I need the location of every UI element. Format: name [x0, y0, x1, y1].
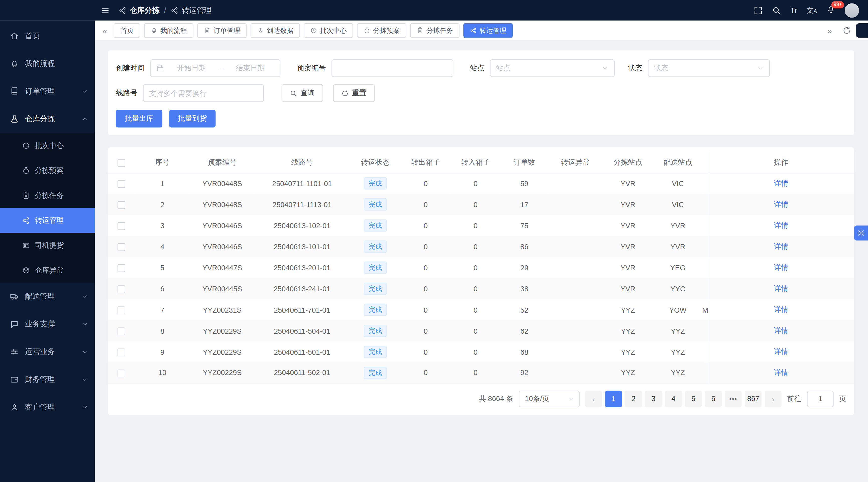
- page-size-select[interactable]: 10条/页: [519, 390, 580, 407]
- cell-in-boxes: 0: [451, 362, 500, 384]
- batch-arrival-button[interactable]: 批量到货: [169, 110, 216, 128]
- detail-link[interactable]: 详情: [774, 200, 788, 208]
- status-tag: 完成: [364, 303, 387, 316]
- page-button-1[interactable]: 1: [605, 390, 622, 407]
- page-button-last[interactable]: 867: [745, 390, 762, 407]
- row-checkbox[interactable]: [118, 369, 125, 377]
- row-checkbox[interactable]: [118, 307, 125, 314]
- row-checkbox[interactable]: [118, 180, 125, 188]
- detail-link[interactable]: 详情: [774, 242, 788, 251]
- cell-out-boxes: 0: [401, 194, 451, 215]
- sidebar-item-batch-center[interactable]: 批次中心: [0, 133, 95, 158]
- font-size-icon[interactable]: Tr: [790, 6, 797, 14]
- fullscreen-icon[interactable]: [754, 6, 763, 14]
- more-pages-button[interactable]: •••: [725, 390, 741, 407]
- notification-bell[interactable]: 99+: [827, 5, 835, 16]
- search-button[interactable]: 查询: [282, 84, 323, 102]
- detail-link[interactable]: 详情: [774, 326, 788, 335]
- status-tag: 完成: [364, 367, 387, 379]
- sidebar-item-warehouse-exception[interactable]: 仓库异常: [0, 258, 95, 283]
- status-select[interactable]: 状态: [648, 59, 770, 77]
- row-checkbox[interactable]: [118, 349, 125, 356]
- reset-button[interactable]: 重置: [333, 84, 375, 102]
- search-icon[interactable]: [772, 6, 781, 14]
- detail-link[interactable]: 详情: [774, 179, 788, 187]
- cell-transit-abnormal: [548, 236, 602, 257]
- row-checkbox[interactable]: [118, 285, 125, 293]
- sidebar-item-label: 首页: [25, 31, 40, 41]
- tab-order-management[interactable]: 订单管理: [197, 23, 247, 38]
- col-delivery-station: 配送站点: [653, 152, 702, 173]
- detail-link[interactable]: 详情: [774, 221, 788, 229]
- sidebar-item-warehouse-sorting[interactable]: 仓库分拣: [0, 105, 95, 133]
- cell-sorting-station: YVR: [602, 215, 653, 236]
- detail-link[interactable]: 详情: [774, 263, 788, 271]
- detail-link[interactable]: 详情: [774, 284, 788, 293]
- cell-status: 完成: [350, 342, 401, 362]
- table-row: 2YVR00448S25040711-1113-01完成0017YVRVIC详情: [108, 194, 854, 215]
- settings-float-button[interactable]: [854, 225, 868, 240]
- translate-icon[interactable]: 文A: [806, 5, 817, 15]
- hamburger-menu-icon[interactable]: [101, 6, 110, 14]
- cell-transit-abnormal: [548, 257, 602, 278]
- route-no-input[interactable]: [149, 85, 258, 101]
- prev-page-button[interactable]: ‹: [585, 390, 602, 407]
- tab-sorting-task[interactable]: 分拣任务: [410, 23, 460, 38]
- tab-scroll-right-button[interactable]: »: [825, 26, 834, 35]
- station-select[interactable]: 站点: [490, 59, 615, 77]
- sidebar-item-label: 订单管理: [25, 87, 55, 96]
- row-checkbox[interactable]: [118, 327, 125, 335]
- sidebar-item-my-flows[interactable]: 我的流程: [0, 50, 95, 78]
- tab-home[interactable]: 首页: [114, 23, 140, 38]
- goto-page-input[interactable]: [807, 390, 834, 407]
- sidebar-item-sorting-plan[interactable]: 分拣预案: [0, 158, 95, 183]
- gear-icon: [857, 229, 865, 237]
- row-checkbox[interactable]: [118, 243, 125, 251]
- sidebar-item-operations[interactable]: 运营业务: [0, 338, 95, 366]
- cell-out-boxes: 0: [401, 299, 451, 320]
- cell-route-no: 25040613-102-01: [254, 215, 349, 236]
- next-page-button[interactable]: ›: [765, 390, 781, 407]
- tab-sorting-plan[interactable]: 分拣预案: [357, 23, 406, 38]
- col-order-count: 订单数: [500, 152, 548, 173]
- page-button-5[interactable]: 5: [685, 390, 702, 407]
- tab-batch-center[interactable]: 批次中心: [304, 23, 353, 38]
- sidebar-item-transit-management[interactable]: 转运管理: [0, 208, 95, 233]
- row-checkbox[interactable]: [118, 264, 125, 272]
- sidebar-item-order-management[interactable]: 订单管理: [0, 78, 95, 105]
- sidebar-item-label: 客户管理: [25, 402, 55, 412]
- batch-outbound-button[interactable]: 批量出库: [116, 110, 162, 128]
- tab-scroll-left-button[interactable]: «: [100, 26, 109, 35]
- refresh-icon[interactable]: [842, 26, 851, 35]
- breadcrumb-page[interactable]: 转运管理: [170, 5, 212, 15]
- row-checkbox[interactable]: [118, 222, 125, 230]
- tab-my-flows[interactable]: 我的流程: [144, 23, 194, 38]
- sidebar-item-sorting-task[interactable]: 分拣任务: [0, 183, 95, 208]
- page-button-3[interactable]: 3: [645, 390, 662, 407]
- tab-transit-management[interactable]: 转运管理: [464, 23, 513, 38]
- breadcrumb-section[interactable]: 仓库分拣: [119, 5, 160, 15]
- panel-toggle-button[interactable]: [856, 23, 868, 38]
- cell-index: 3: [134, 215, 190, 236]
- tab-arrival-data[interactable]: 到达数据: [251, 23, 300, 38]
- flask-icon: [10, 115, 19, 124]
- detail-link[interactable]: 详情: [774, 348, 788, 356]
- page-button-4[interactable]: 4: [665, 390, 682, 407]
- sidebar-item-business-support[interactable]: 业务支撑: [0, 311, 95, 338]
- page-button-2[interactable]: 2: [625, 390, 642, 407]
- date-range-picker[interactable]: 开始日期 – 结束日期: [150, 59, 280, 77]
- sidebar-item-label: 转运管理: [35, 215, 64, 225]
- sidebar-item-delivery-management[interactable]: 配送管理: [0, 283, 95, 311]
- select-all-checkbox[interactable]: [118, 159, 125, 167]
- sidebar-item-customer-management[interactable]: 客户管理: [0, 393, 95, 421]
- detail-link[interactable]: 详情: [774, 368, 788, 377]
- detail-link[interactable]: 详情: [774, 306, 788, 314]
- row-checkbox[interactable]: [118, 201, 125, 209]
- sidebar-item-home[interactable]: 首页: [0, 22, 95, 50]
- plan-no-input[interactable]: [338, 60, 447, 76]
- sidebar-item-driver-pickup[interactable]: 司机提货: [0, 233, 95, 258]
- page-button-6[interactable]: 6: [705, 390, 722, 407]
- sidebar-item-finance-management[interactable]: 财务管理: [0, 366, 95, 393]
- user-avatar[interactable]: [845, 3, 859, 18]
- cell-index: 4: [134, 236, 190, 257]
